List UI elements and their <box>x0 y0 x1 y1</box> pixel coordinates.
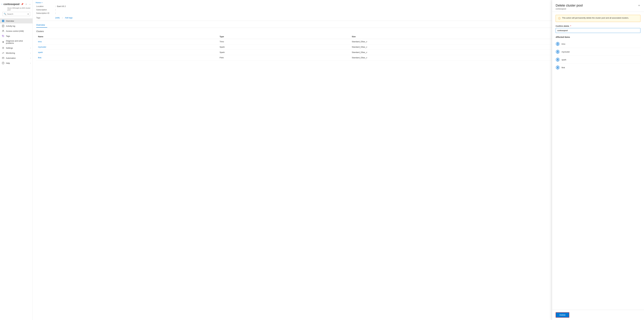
panel-title: Delete cluster pool <box>556 3 583 7</box>
cluster-type-spark: Spark <box>218 50 350 55</box>
affected-item-trino: trino <box>556 40 640 48</box>
affected-item-name-spark: spark <box>562 59 566 61</box>
delete-button[interactable]: Delete <box>556 312 569 318</box>
affected-item-name-mycluster: mycluster <box>562 51 570 53</box>
tags-label: Tags <box>36 17 54 19</box>
sidebar-item-label: Automation <box>6 57 16 59</box>
sidebar-item-diagnose[interactable]: Diagnose and solve problems <box>0 38 32 45</box>
star-button[interactable]: ☆ <box>25 3 28 6</box>
panel-subtitle: contosopool <box>556 8 583 10</box>
sidebar-item-automation[interactable]: Automation › <box>0 55 32 60</box>
confirm-label: Confirm delete * <box>556 25 640 27</box>
sidebar-item-label: Access control (IAM) <box>6 30 24 32</box>
sidebar-item-tags[interactable]: Tags <box>0 33 32 38</box>
sidebar-item-label: Settings <box>6 47 13 49</box>
diagnose-icon <box>2 41 4 43</box>
monitoring-icon <box>2 52 4 54</box>
svg-point-3 <box>2 4 2 4</box>
settings-icon <box>2 46 4 49</box>
svg-point-27 <box>558 43 559 43</box>
subscription-label: Subscription <box>36 8 54 11</box>
confirm-delete-input[interactable] <box>556 28 640 33</box>
tags-edit-link[interactable]: (edit) <box>55 17 60 19</box>
sidebar: contosopool 📌 ☆ ··· Azure HDInsight on A… <box>0 0 33 320</box>
panel-title-group: Delete cluster pool contosopool <box>556 3 583 10</box>
svg-point-43 <box>557 59 558 60</box>
cluster-type-trino: Trino <box>218 39 350 44</box>
sidebar-nav: Overview Activity log Access control (IA… <box>0 18 32 65</box>
warning-icon: ⓘ <box>558 17 560 20</box>
table-header: Name Type Size <box>36 34 640 39</box>
cluster-link-trino[interactable]: trino <box>38 40 42 43</box>
chevron-right-icon: › <box>30 57 31 59</box>
panel-body: ⓘ This action will permanently delete th… <box>552 12 644 310</box>
affected-item-mycluster: mycluster <box>556 48 640 56</box>
col-name: Name <box>36 34 218 39</box>
tags-add-link[interactable]: Add tags <box>65 17 72 19</box>
tabs-bar: Overview <box>36 22 640 28</box>
col-type: Type <box>218 34 350 39</box>
svg-point-48 <box>556 60 557 61</box>
location-row: Location : East US 2 <box>36 5 640 7</box>
panel-footer: Delete <box>552 310 644 320</box>
sidebar-item-label: Help <box>6 62 10 64</box>
svg-point-56 <box>558 68 558 69</box>
cluster-type-mycluster: Spark <box>218 44 350 50</box>
sidebar-item-label: Overview <box>6 20 14 22</box>
svg-point-19 <box>3 48 4 48</box>
collapse-button[interactable]: « <box>28 12 29 15</box>
sidebar-item-label: Activity log <box>6 25 15 27</box>
panel-close-button[interactable]: × <box>638 3 640 7</box>
subscription-row: Subscription : <box>36 8 640 11</box>
svg-point-31 <box>556 43 557 43</box>
svg-point-49 <box>556 59 557 59</box>
search-input[interactable] <box>7 13 26 15</box>
delete-panel: Delete cluster pool contosopool × ⓘ This… <box>552 0 644 320</box>
panel-header: Delete cluster pool contosopool × <box>552 0 644 12</box>
sidebar-item-label: Tags <box>6 35 10 37</box>
svg-point-53 <box>558 66 558 66</box>
automation-icon <box>2 57 4 59</box>
cluster-icon-trino <box>556 42 560 46</box>
table-row: flink Flink Standard_E8as_v <box>36 55 640 60</box>
svg-point-46 <box>558 60 559 61</box>
subscription-id-separator: : <box>55 12 56 14</box>
svg-point-34 <box>557 51 558 52</box>
table-body: trino Trino Standard_E8as_v mycluster Sp… <box>36 39 640 60</box>
subscription-separator: : <box>55 8 56 11</box>
svg-point-52 <box>557 67 558 68</box>
cluster-type-flink: Flink <box>218 55 350 60</box>
sidebar-item-access-control[interactable]: Access control (IAM) <box>0 28 32 33</box>
more-button[interactable]: ··· <box>29 3 31 6</box>
sidebar-item-label: Monitoring <box>6 52 15 54</box>
svg-rect-12 <box>3 21 4 22</box>
svg-point-44 <box>558 58 558 59</box>
sidebar-item-settings[interactable]: Settings › <box>0 45 32 50</box>
warning-box: ⓘ This action will permanently delete th… <box>556 15 640 22</box>
sidebar-item-overview[interactable]: Overview <box>0 18 32 23</box>
tab-overview[interactable]: Overview <box>36 22 47 27</box>
tags-separator: : <box>62 17 63 19</box>
tags-row: Tags (edit) : Add tags <box>36 17 640 19</box>
cluster-link-spark[interactable]: spark <box>38 51 43 53</box>
svg-rect-11 <box>2 21 3 22</box>
subscription-id-row: Subscription ID : <box>36 12 640 14</box>
affected-item-spark: spark <box>556 56 640 64</box>
sidebar-item-monitoring[interactable]: Monitoring › <box>0 50 32 55</box>
cluster-icon-flink <box>556 65 560 70</box>
help-icon: ? <box>2 62 4 64</box>
affected-title: Affected items <box>556 36 640 38</box>
cluster-link-flink[interactable]: flink <box>38 56 42 59</box>
svg-point-29 <box>558 45 558 45</box>
affected-item-name-flink: flink <box>562 66 565 69</box>
sidebar-item-help[interactable]: ? Help › <box>0 60 32 65</box>
cluster-link-mycluster[interactable]: mycluster <box>38 46 46 48</box>
resource-details: Location : East US 2 Subscription : Subs… <box>36 5 640 14</box>
table-row: spark Spark Standard_E8as_v <box>36 50 640 55</box>
sidebar-item-activity-log[interactable]: Activity log <box>0 23 32 28</box>
sidebar-item-label: Diagnose and solve problems <box>6 40 31 44</box>
breadcrumb-home[interactable]: Home <box>36 1 41 4</box>
svg-point-57 <box>556 68 557 68</box>
pin-button[interactable]: 📌 <box>21 3 24 6</box>
svg-point-36 <box>558 51 559 51</box>
